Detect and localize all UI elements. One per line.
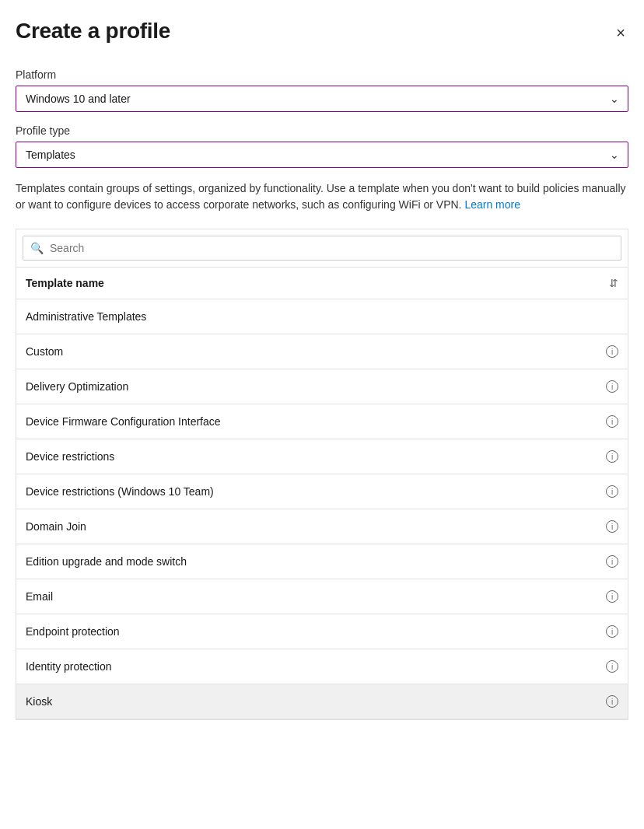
learn-more-link[interactable]: Learn more [464,198,520,211]
row-label: Edition upgrade and mode switch [26,555,601,568]
info-icon[interactable]: i [606,485,618,498]
table-row[interactable]: Identity protection i [16,649,628,684]
profile-type-select[interactable]: TemplatesSettings catalog [16,142,628,168]
table-row[interactable]: Delivery Optimization i [16,369,628,404]
profile-type-group: Profile type TemplatesSettings catalog ⌄ [16,124,628,168]
table-row[interactable]: Administrative Templates [16,299,628,334]
row-label: Device restrictions (Windows 10 Team) [26,485,601,498]
panel-header: Create a profile × [16,19,628,44]
template-name-column-header: Template name [26,277,104,289]
page-title: Create a profile [16,19,170,44]
sort-icon[interactable]: ⇵ [609,277,618,289]
template-table: Template name ⇵ Administrative Templates… [16,267,628,720]
row-label: Device Firmware Configuration Interface [26,415,601,428]
row-label: Email [26,590,601,603]
table-row[interactable]: Edition upgrade and mode switch i [16,544,628,579]
row-label: Identity protection [26,660,601,673]
row-label: Delivery Optimization [26,380,601,393]
close-button[interactable]: × [613,22,628,44]
info-icon[interactable]: i [606,660,618,673]
info-icon[interactable]: i [606,380,618,393]
table-row[interactable]: Custom i [16,334,628,369]
info-icon[interactable]: i [606,625,618,638]
table-row[interactable]: Kiosk i [16,684,628,719]
info-icon[interactable]: i [606,555,618,568]
create-profile-panel: Create a profile × Platform Windows 10 a… [0,0,644,829]
info-icon[interactable]: i [606,450,618,463]
platform-label: Platform [16,68,628,81]
info-icon[interactable]: i [606,695,618,708]
row-label: Administrative Templates [26,310,618,323]
table-header: Template name ⇵ [16,267,628,299]
row-label: Device restrictions [26,450,601,463]
table-row[interactable]: Device restrictions (Windows 10 Team) i [16,474,628,509]
platform-group: Platform Windows 10 and laterWindows 8.1… [16,68,628,112]
table-row[interactable]: Device restrictions i [16,439,628,474]
row-label: Endpoint protection [26,625,601,638]
platform-select-wrapper: Windows 10 and laterWindows 8.1 and late… [16,86,628,112]
table-row[interactable]: Email i [16,579,628,614]
search-container: 🔍 [16,229,628,267]
info-icon[interactable]: i [606,345,618,358]
table-row[interactable]: Device Firmware Configuration Interface … [16,404,628,439]
info-icon[interactable]: i [606,520,618,533]
profile-type-select-wrapper: TemplatesSettings catalog ⌄ [16,142,628,168]
table-row[interactable]: Endpoint protection i [16,614,628,649]
search-section: 🔍 [16,229,628,267]
row-label: Custom [26,345,601,358]
description-text: Templates contain groups of settings, or… [16,180,628,213]
search-wrapper: 🔍 [23,236,621,261]
table-row[interactable]: Domain Join i [16,509,628,544]
info-icon[interactable]: i [606,590,618,603]
row-label: Domain Join [26,520,601,533]
profile-type-label: Profile type [16,124,628,137]
row-label: Kiosk [26,695,601,708]
info-icon[interactable]: i [606,415,618,428]
platform-select[interactable]: Windows 10 and laterWindows 8.1 and late… [16,86,628,112]
search-icon: 🔍 [30,242,44,254]
search-input[interactable] [23,236,621,261]
